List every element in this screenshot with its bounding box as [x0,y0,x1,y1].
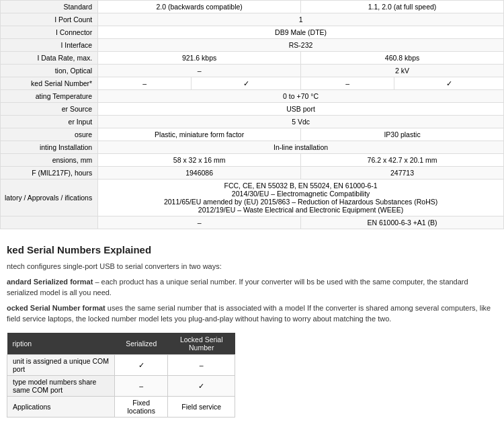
spec-value-split: 921.6 kbps460.8 kbps [98,52,504,65]
spec-split-col1: – [98,216,300,229]
spec-split-col1: 921.6 kbps [98,52,300,64]
spec-value-split: –EN 61000-6-3 +A1 (B) [98,216,504,229]
spec-split-col2: 460.8 kbps [300,52,503,64]
spec-quad-col2: ✓ [192,77,301,90]
spec-split-col1: 1946086 [98,167,300,179]
comparison-header-1: Serialized [115,333,168,355]
spec-quad-col1: – [98,77,192,90]
table-row: –EN 61000-6-3 +A1 (B) [1,216,504,229]
spec-label [1,216,98,229]
table-row: F (MIL217F), hours1946086247713 [1,167,504,180]
table-row: er Input5 Vdc [1,116,504,128]
spec-split-col2: IP30 plastic [300,128,503,141]
spec-split-col2: 1.1, 2.0 (at full speed) [300,1,503,13]
spec-value-split: 2.0 (backwards compatible)1.1, 2.0 (at f… [98,1,504,13]
spec-value: USB port [98,103,504,116]
table-row: ked Serial Number*–✓–✓ [1,77,504,90]
comparison-locked: – [168,354,235,375]
comparison-row: ApplicationsFixed locationsField service [7,396,235,417]
para1-label: andard Serialized format [7,278,93,286]
spec-label: er Input [1,116,98,128]
table-row: I ConnectorDB9 Male (DTE) [1,26,504,39]
spec-label: I Data Rate, max. [1,52,98,65]
spec-split-col1: Plastic, miniature form factor [98,128,300,141]
comparison-locked: ✓ [168,375,235,396]
spec-label: osure [1,128,98,141]
table-row: I InterfaceRS-232 [1,39,504,52]
spec-value: 0 to +70 °C [98,90,504,103]
comparison-desc: type model numbers share same COM port [7,375,115,396]
table-row: osurePlastic, miniature form factorIP30 … [1,128,504,141]
spec-label: inting Installation [1,141,98,154]
spec-value-split: 1946086247713 [98,167,504,180]
spec-split-col2: 76.2 x 42.7 x 20.1 mm [300,154,503,166]
spec-split-col1: 58 x 32 x 16 mm [98,154,300,166]
table-row: latory / Approvals / ificationsFCC, CE, … [1,180,504,216]
spec-split-col2: 2 kV [300,65,503,77]
table-row: tion, Optical–2 kV [1,65,504,77]
comparison-table: riptionSerializedLocked Serial Number un… [7,333,235,418]
spec-split-col1: – [98,65,300,77]
table-row: I Data Rate, max.921.6 kbps460.8 kbps [1,52,504,65]
spec-value-split: 58 x 32 x 16 mm76.2 x 42.7 x 20.1 mm [98,154,504,167]
spec-label: I Interface [1,39,98,52]
comparison-serialized: – [115,375,168,396]
spec-label: tion, Optical [1,65,98,77]
table-row: Standard2.0 (backwards compatible)1.1, 2… [1,1,504,13]
comparison-header-0: ription [7,333,115,355]
spec-quad-col3: – [300,77,394,90]
spec-label: latory / Approvals / ifications [1,180,98,216]
specs-table: Standard2.0 (backwards compatible)1.1, 2… [0,0,504,229]
spec-label: ked Serial Number* [1,77,98,90]
spec-label: Standard [1,1,98,13]
table-row: ating Temperature0 to +70 °C [1,90,504,103]
table-row: I Port Count1 [1,13,504,26]
spec-value: 5 Vdc [98,116,504,128]
spec-value-split: Plastic, miniature form factorIP30 plast… [98,128,504,141]
para2-label: ocked Serial Number format [7,304,106,312]
spec-label: er Source [1,103,98,116]
comparison-serialized: Fixed locations [115,396,168,417]
comparison-desc: Applications [7,396,115,417]
spec-label: ensions, mm [1,154,98,167]
spec-label: I Connector [1,26,98,39]
comparison-header-2: Locked Serial Number [168,333,235,355]
spec-value: RS-232 [98,39,504,52]
comparison-serialized: ✓ [115,354,168,375]
comparison-locked: Field service [168,396,235,417]
spec-split-col1: 2.0 (backwards compatible) [98,1,300,13]
table-row: er SourceUSB port [1,103,504,116]
spec-value-multi: FCC, CE, EN 55032 B, EN 55024, EN 61000-… [98,180,504,216]
explained-intro: ntech configures single-port USB to seri… [7,261,497,272]
explained-heading: ked Serial Numbers Explained [7,244,497,255]
explained-para2: ocked Serial Number format uses the same… [7,303,497,325]
explained-section: ked Serial Numbers Explained ntech confi… [0,236,504,423]
comparison-row: type model numbers share same COM port–✓ [7,375,235,396]
spec-value: DB9 Male (DTE) [98,26,504,39]
spec-value: 1 [98,13,504,26]
spec-label: ating Temperature [1,90,98,103]
spec-label: I Port Count [1,13,98,26]
spec-label: F (MIL217F), hours [1,167,98,180]
explained-para1: andard Serialized format – each product … [7,276,497,299]
comparison-row: unit is assigned a unique COM port✓– [7,354,235,375]
table-row: inting InstallationIn-line installation [1,141,504,154]
spec-split-col2: 247713 [300,167,503,179]
spec-quad-col4: ✓ [394,77,504,90]
spec-value: In-line installation [98,141,504,154]
spec-value-split: –2 kV [98,65,504,77]
comparison-desc: unit is assigned a unique COM port [7,354,115,375]
table-row: ensions, mm58 x 32 x 16 mm76.2 x 42.7 x … [1,154,504,167]
spec-split-col2: EN 61000-6-3 +A1 (B) [300,216,503,229]
